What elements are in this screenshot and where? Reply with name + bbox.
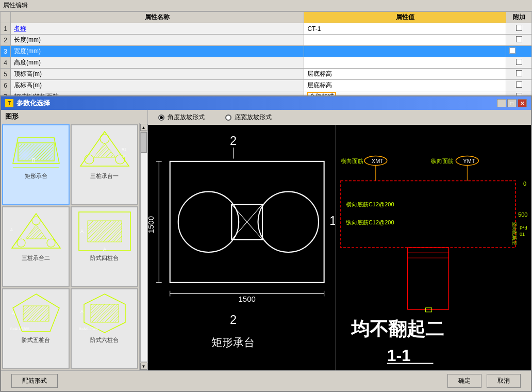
svg-text:B=A/1.5385: B=A/1.5385 bbox=[10, 327, 29, 331]
svg-text:B=A/1.7326: B=A/1.7326 bbox=[79, 327, 98, 331]
svg-text:B: B bbox=[31, 158, 35, 164]
radio-angle-label: 角度放坡形式 bbox=[168, 113, 205, 122]
svg-text:01: 01 bbox=[520, 232, 525, 237]
svg-point-15 bbox=[32, 217, 40, 225]
svg-text:1: 1 bbox=[329, 214, 335, 227]
svg-text:A: A bbox=[103, 247, 106, 252]
radio-width-dot[interactable] bbox=[225, 115, 231, 121]
shape-label-penta: 阶式五桩台 bbox=[22, 336, 50, 344]
col-addon-header: 附加 bbox=[506, 12, 532, 23]
svg-text:R2: R2 bbox=[122, 154, 126, 158]
svg-text:A: A bbox=[80, 228, 84, 234]
shape-item-penta[interactable]: A B=A/1.5385 阶式五桩台 bbox=[2, 288, 70, 369]
shapes-panel: 图形 bbox=[1, 110, 148, 370]
shape-item-quad[interactable]: A A 阶式四桩台 bbox=[71, 206, 138, 287]
shape-label-tri2: 三桩承台二 bbox=[22, 254, 50, 262]
svg-point-8 bbox=[85, 155, 94, 164]
table-row[interactable]: 5 顶标高(m) 层底标高 bbox=[1, 69, 532, 80]
shapes-grid: B 矩形承台 bbox=[1, 123, 139, 370]
col-num-header bbox=[1, 12, 11, 23]
svg-marker-10 bbox=[94, 143, 115, 157]
preview-panel: 角度放坡形式 底宽放坡形式 2 bbox=[148, 110, 531, 370]
confirm-button[interactable]: 确定 bbox=[447, 374, 481, 388]
svg-text:1500: 1500 bbox=[148, 216, 155, 233]
shape-item-tri1[interactable]: R1 R2 三桩承台一 bbox=[71, 124, 138, 205]
svg-text:1500: 1500 bbox=[239, 295, 256, 303]
svg-text:YMT: YMT bbox=[463, 158, 475, 164]
scroll-down-button[interactable]: ▼ bbox=[140, 363, 147, 370]
shape-label-rect: 矩形承台 bbox=[25, 172, 47, 180]
svg-text:A: A bbox=[12, 311, 15, 316]
svg-rect-74 bbox=[426, 308, 432, 312]
radio-angle-dot[interactable] bbox=[158, 115, 164, 121]
dialog-window-controls: _ □ ✕ bbox=[497, 99, 527, 107]
dialog-body: 图形 bbox=[1, 110, 531, 370]
footer-right-buttons: 确定 取消 bbox=[447, 374, 521, 388]
table-row[interactable]: 4 高度(mm) bbox=[1, 57, 532, 69]
shape-item-rect[interactable]: B 矩形承台 bbox=[2, 124, 70, 205]
config-rebar-button[interactable]: 配筋形式 bbox=[11, 374, 58, 388]
preview-header: 角度放坡形式 底宽放坡形式 bbox=[148, 110, 531, 125]
minimize-button[interactable]: _ bbox=[497, 99, 506, 107]
shape-label-hex: 阶式六桩台 bbox=[90, 336, 119, 344]
svg-text:横向面筋: 横向面筋 bbox=[341, 158, 363, 164]
svg-text:A: A bbox=[80, 309, 84, 314]
cad-preview-area: 2 bbox=[148, 125, 531, 370]
shape-svg-tri2: A bbox=[8, 209, 64, 253]
svg-rect-32 bbox=[91, 304, 119, 322]
dialog-title: 参数化选择 bbox=[16, 99, 497, 108]
shape-item-tri2[interactable]: A 三桩承台二 bbox=[2, 206, 70, 287]
shapes-panel-title: 图形 bbox=[1, 110, 147, 123]
footer-left-buttons: 配筋形式 bbox=[11, 374, 58, 388]
radio-angle-slope[interactable]: 角度放坡形式 bbox=[158, 113, 205, 122]
maximize-button[interactable]: □ bbox=[507, 99, 517, 107]
svg-text:竖向配筋层: 竖向配筋层 bbox=[512, 222, 517, 245]
col-name-header: 属性名称 bbox=[11, 12, 304, 23]
svg-marker-18 bbox=[26, 225, 46, 239]
shape-svg-rect: B bbox=[8, 127, 64, 171]
svg-point-43 bbox=[258, 192, 319, 252]
shape-svg-penta: A B=A/1.5385 bbox=[8, 291, 64, 335]
dialog-icon: T bbox=[5, 99, 13, 107]
shape-label-tri1: 三桩承台一 bbox=[90, 172, 119, 180]
radio-width-slope[interactable]: 底宽放坡形式 bbox=[225, 113, 272, 122]
svg-point-16 bbox=[17, 239, 25, 247]
svg-text:2: 2 bbox=[230, 134, 237, 148]
svg-text:XMT: XMT bbox=[372, 158, 384, 164]
svg-text:纵向底筋C12@200: 纵向底筋C12@200 bbox=[346, 219, 394, 225]
svg-text:横向底筋C12@200: 横向底筋C12@200 bbox=[346, 201, 394, 207]
cad-section-view: 横向面筋 XMT 纵向面筋 YMT bbox=[335, 125, 531, 370]
dialog-overlay: T 参数化选择 _ □ ✕ 图形 bbox=[0, 95, 532, 392]
top-view-svg: 2 bbox=[148, 125, 335, 370]
svg-rect-2 bbox=[19, 144, 53, 160]
svg-text:1-1: 1-1 bbox=[387, 346, 411, 365]
parametric-dialog: T 参数化选择 _ □ ✕ 图形 bbox=[0, 95, 532, 392]
scroll-thumb[interactable] bbox=[141, 132, 147, 153]
svg-rect-63 bbox=[341, 181, 516, 248]
svg-text:500: 500 bbox=[518, 211, 527, 218]
shapes-scrollbar[interactable]: ▲ ▼ bbox=[139, 123, 147, 370]
table-row[interactable]: 1 名称 CT-1 bbox=[1, 23, 532, 35]
table-row[interactable]: 2 长度(mm) bbox=[1, 35, 532, 46]
scroll-up-button[interactable]: ▲ bbox=[140, 124, 147, 131]
dialog-titlebar: T 参数化选择 _ □ ✕ bbox=[1, 96, 531, 110]
svg-text:A: A bbox=[10, 228, 13, 232]
shape-item-hex[interactable]: A B=A/1.7326 阶式六桩台 bbox=[71, 288, 138, 369]
svg-text:矩形承台: 矩形承台 bbox=[211, 336, 255, 349]
svg-rect-71 bbox=[408, 248, 449, 309]
svg-rect-27 bbox=[23, 306, 49, 321]
close-button[interactable]: ✕ bbox=[518, 99, 527, 107]
col-value-header: 属性值 bbox=[304, 12, 506, 23]
shape-svg-tri1: R1 R2 bbox=[76, 127, 133, 171]
svg-text:均不翻起二: 均不翻起二 bbox=[351, 319, 444, 339]
shape-svg-quad: A A bbox=[76, 209, 133, 253]
svg-text:2: 2 bbox=[230, 313, 237, 326]
cancel-button[interactable]: 取消 bbox=[487, 374, 521, 388]
dialog-footer: 配筋形式 确定 取消 bbox=[1, 370, 531, 391]
svg-point-17 bbox=[47, 239, 55, 247]
section-view-svg: 横向面筋 XMT 纵向面筋 YMT bbox=[336, 125, 531, 370]
table-row[interactable]: 6 底标高(m) 层底标高 bbox=[1, 80, 532, 91]
svg-text:0: 0 bbox=[523, 181, 526, 187]
table-row-selected[interactable]: 3 宽度(mm) bbox=[1, 46, 532, 57]
svg-text:R1: R1 bbox=[122, 148, 126, 151]
